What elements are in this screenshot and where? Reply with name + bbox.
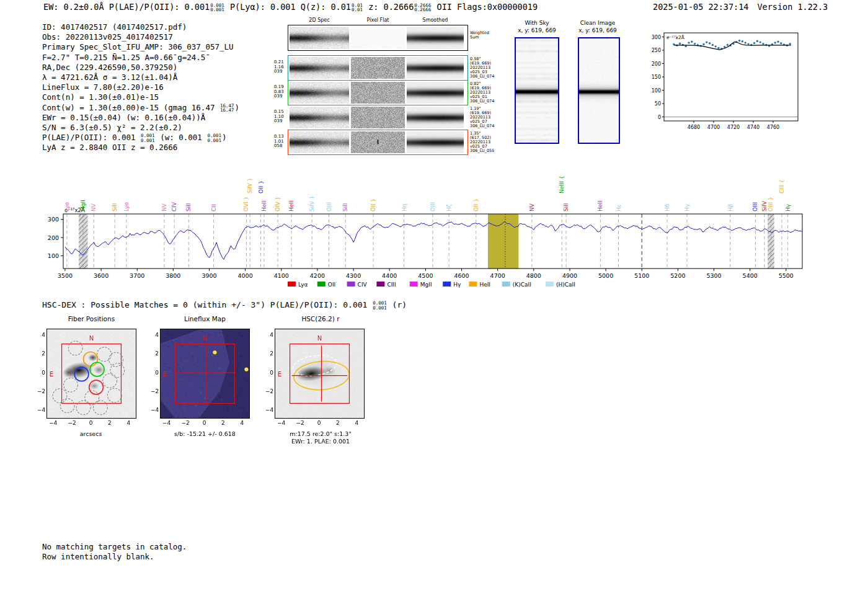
svg-text:CIV: CIV	[171, 202, 177, 211]
svg-text:150: 150	[652, 74, 661, 80]
svg-text:4400: 4400	[382, 272, 397, 279]
svg-text:SiIV }: SiIV }	[309, 195, 315, 211]
header-summary: EW: 0.2±0.0Å P(LAE)/P(OII): 0.0010.0010.…	[43, 2, 538, 12]
fiber-positions-image	[46, 329, 136, 419]
svg-text:HeII: HeII	[261, 200, 267, 211]
svg-text:Lyα: Lyα	[64, 202, 70, 211]
x-tick-label: 2	[218, 420, 229, 426]
svg-text:5000: 5000	[598, 272, 613, 279]
spec2d-strip-pixelflat	[351, 27, 405, 49]
line-fit-zoom-chart: 05010015020025030046804700472047404760e⁻…	[642, 28, 812, 139]
info-line-stack: 0.0010.001	[207, 133, 221, 143]
svg-text:5300: 5300	[706, 272, 721, 279]
report-timestamp: 2025-01-05 22:37:14	[653, 2, 748, 12]
x-tick-label: 0	[199, 420, 210, 426]
header-text: EW: 0.2±0.0Å P(LAE)/P(OII): 0.001	[43, 2, 210, 12]
svg-text:Hε: Hε	[616, 204, 622, 211]
spec2d-strip-pixelflat	[351, 131, 405, 153]
hsc-match-line: HSC-DEX : Possible Matches = 0 (within +…	[42, 300, 407, 310]
svg-text:NV: NV	[91, 203, 97, 211]
info-line-text: ID: 4017402517 (4017402517.pdf)	[42, 22, 187, 32]
svg-text:(H)CaII: (H)CaII	[556, 282, 575, 288]
info-line-text: Cont(n) = 1.30(±0.01)e-15	[42, 92, 159, 102]
info-line: Cont(n) = 1.30(±0.01)e-15	[42, 92, 239, 102]
info-line-text: LyA z = 2.8840 OII z = 0.2666	[42, 143, 177, 152]
svg-text:Hζ: Hζ	[446, 204, 452, 211]
svg-text:4700: 4700	[707, 125, 720, 130]
line-marker-vlines	[67, 214, 788, 269]
svg-text:Hγ: Hγ	[684, 203, 690, 211]
zoom-chart-svg: 05010015020025030046804700472047404760e⁻…	[642, 28, 812, 136]
svg-text:CII: CII	[211, 204, 217, 211]
svg-text:5100: 5100	[634, 272, 649, 279]
info-line-text: )	[235, 103, 240, 112]
y-tick-label: −4	[37, 407, 45, 413]
svg-text:Hδ: Hδ	[664, 203, 670, 211]
svg-text:OII }: OII }	[258, 180, 264, 193]
info-line: LyA z = 2.8840 OII z = 0.2666	[42, 143, 239, 153]
info-line-text: RA,Dec (229.426590,50.379250)	[42, 63, 177, 72]
lineflux-map-image	[160, 329, 250, 419]
info-line-text: F=2.7" T=0.215 N̄=1.25 A=0.66̄ g=24.5̄	[42, 53, 205, 62]
spec2d-cutout-panel: 2D SpecPixel FlatSmoothedWeightedSum0.21…	[273, 16, 491, 171]
full-spectrum-svg: 1002003003500360037003800390040004100420…	[45, 162, 813, 294]
with-sky-image	[515, 37, 559, 144]
lineflux-map-title: Lineflux Map	[151, 315, 259, 322]
svg-text:HeII: HeII	[479, 282, 490, 288]
spec2d-column-header: Smoothed	[407, 17, 464, 23]
svg-text:OII: OII	[328, 282, 335, 288]
svg-text:NV: NV	[161, 203, 167, 211]
svg-text:Hγ: Hγ	[453, 282, 461, 288]
svg-text:Lyα: Lyα	[123, 202, 130, 211]
svg-text:5200: 5200	[670, 272, 685, 279]
spec2d-strip-smoothed	[407, 107, 464, 128]
info-line: S/N = 6.3(±0.5) χ² = 2.2(±0.2)	[42, 123, 239, 133]
svg-text:4300: 4300	[346, 272, 361, 279]
info-line: ID: 4017402517 (4017402517.pdf)	[42, 22, 239, 32]
x-tick-label: −4	[161, 420, 172, 426]
clean-image	[578, 37, 620, 144]
svg-text:OIII: OIII	[752, 202, 758, 211]
header-stack: 0.0010.001	[210, 3, 224, 12]
spec2d-row-left-values: 0.151.10039	[274, 110, 284, 124]
y-axis: 100200300	[48, 216, 63, 259]
lineflux-caption: s/b: -15.21 +/- 0.618	[151, 430, 259, 437]
sky-image-panels: With Sky x, y: 619, 669 Clean Image x, y…	[513, 20, 625, 150]
header-stack-lo: 0.01	[352, 7, 363, 12]
svg-text:Hη: Hη	[401, 204, 407, 211]
x-tick-label: −2	[294, 420, 306, 426]
info-line: Cont(w) = 1.30(±0.00)e-15 (gmag 16.47 16…	[42, 103, 239, 113]
info-line: LineFlux = 7.80(±2.20)e-16	[42, 82, 239, 92]
info-line-text: Obs: 20220113v025_4017402517	[42, 32, 173, 42]
spec2d-column-header: Pixel Flat	[351, 17, 405, 23]
svg-text:OVI }: OVI }	[243, 197, 249, 211]
hsc-line-text: (r)	[388, 300, 407, 309]
info-line: Obs: 20220113v025_4017402517	[42, 32, 239, 42]
footer-line-2: Row intentionally blank.	[42, 552, 154, 562]
svg-text:3900: 3900	[202, 272, 216, 279]
hsc-line-stack-lo: 0.001	[373, 306, 387, 311]
svg-text:CIII {: CIII {	[779, 179, 785, 193]
svg-text:250: 250	[652, 48, 661, 53]
svg-text:OIII: OIII	[326, 202, 332, 211]
spec2d-left-value: 039	[274, 69, 284, 74]
y-tick-label: 0	[265, 370, 273, 376]
y-tick-label: 0	[37, 370, 45, 376]
svg-text:200: 200	[48, 234, 59, 241]
observed-flux-points	[673, 40, 791, 50]
svg-text:4760: 4760	[767, 125, 779, 130]
svg-text:(K)CaII: (K)CaII	[513, 282, 531, 288]
spec2d-left-value: 039	[274, 94, 284, 99]
svg-text:300: 300	[48, 216, 59, 223]
svg-text:SiII: SiII	[342, 203, 348, 211]
footer-line-1: No matching targets in catalog.	[42, 542, 187, 552]
info-line: RA,Dec (229.426590,50.379250)	[42, 63, 239, 73]
svg-text:SiII: SiII	[563, 203, 569, 211]
spec2d-row-right-info: 1.35"(617, 502)20220113v025_07306_LU_055	[470, 131, 494, 153]
y-tick-label: 2	[151, 350, 159, 357]
svg-text:Lyα: Lyα	[298, 282, 308, 288]
info-line: Primary Spec_Slot_IFU_AMP: 306_037_057_L…	[42, 42, 239, 52]
y-tick-label: −4	[265, 407, 273, 413]
x-tick-label: 0	[86, 420, 97, 426]
svg-text:SiII: SiII	[185, 203, 192, 211]
